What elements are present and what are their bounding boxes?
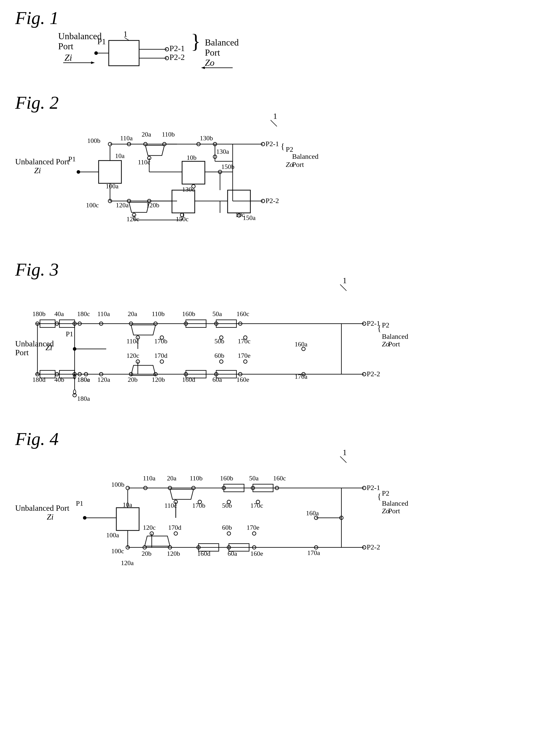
svg-point-161 <box>227 532 231 535</box>
fig2-130b: 130b <box>200 135 213 142</box>
fig4-120b: 120b <box>167 550 180 557</box>
fig2-100c: 100c <box>86 202 99 209</box>
fig2-10b: 10b <box>187 154 196 161</box>
fig4-170c: 170c <box>250 502 263 509</box>
fig4-20b: 20b <box>142 550 151 557</box>
fig1-zi: Zi <box>64 53 72 63</box>
fig3-180e: 180e <box>77 376 90 383</box>
fig4-160e: 160e <box>250 550 263 557</box>
fig2-balanced2: Balanced <box>292 152 318 160</box>
fig4-110a: 110a <box>143 475 156 482</box>
fig2-10a-label: 10a <box>115 152 125 160</box>
fig2-100b: 100b <box>87 137 100 144</box>
fig2-110c: 110c <box>138 159 150 166</box>
fig3-160b: 160b <box>182 310 195 318</box>
fig2-120c: 120c <box>126 215 139 223</box>
fig2-10a: 100a <box>106 183 119 190</box>
fig4-100c: 100c <box>111 547 124 555</box>
fig3-60a: 60a <box>212 376 222 383</box>
fig3-port-label: Port <box>388 340 400 348</box>
svg-point-118 <box>73 393 76 397</box>
fig2-130a: 130a <box>216 148 229 155</box>
fig4-port-label: Port <box>388 507 400 515</box>
fig4-110c: 110c <box>164 502 177 509</box>
svg-point-121 <box>83 516 86 520</box>
fig3-170e: 170e <box>238 352 251 359</box>
fig1-balanced-label: Balanced <box>205 37 239 48</box>
fig3-50b: 50b <box>214 338 224 345</box>
fig4-110b: 110b <box>190 475 203 482</box>
fig3-brace: { <box>377 324 381 333</box>
fig3-170b: 170b <box>154 338 167 345</box>
fig3-180c: 180c <box>77 310 90 318</box>
fig2-unbalanced: Unbalanced Port <box>15 157 69 166</box>
fig1-zo: Zo <box>205 58 214 68</box>
fig4-170b: 170b <box>192 502 205 509</box>
fig2-p2: P2 <box>286 145 293 153</box>
fig4-20a: 20a <box>167 475 177 482</box>
fig4-50a: 50a <box>249 475 259 482</box>
fig4-balanced-label: Balanced <box>382 499 408 507</box>
fig3-160e: 160e <box>236 376 249 383</box>
fig3-p2-label: P2 <box>382 321 389 329</box>
fig3-160d: 160d <box>182 376 195 383</box>
fig2-zi: Zi <box>34 166 41 175</box>
svg-marker-11 <box>201 66 205 69</box>
fig4-unbalanced: Unbalanced Port <box>15 503 69 513</box>
fig3-120b: 120b <box>152 376 165 383</box>
svg-rect-51 <box>172 190 195 213</box>
svg-point-158 <box>174 532 178 535</box>
fig4-zi: Zi <box>47 512 54 521</box>
fig1-brace: } <box>191 30 201 52</box>
fig4-p2-label: P2 <box>382 489 389 497</box>
svg-point-5 <box>94 51 98 55</box>
fig2-p22: P2-2 <box>266 197 279 205</box>
svg-point-112 <box>244 360 247 363</box>
fig4-100b: 100b <box>111 481 124 488</box>
fig3-120c: 120c <box>126 352 139 359</box>
fig4-100a: 100a <box>106 531 119 539</box>
fig4-50b: 50b <box>222 502 232 509</box>
fig3-170d: 170d <box>154 352 167 359</box>
fig4-160a: 160a <box>306 509 319 517</box>
fig2-p21: P2-1 <box>266 140 279 148</box>
fig3-160a: 160a <box>295 341 308 348</box>
fig3-ref1: 1 <box>343 276 347 285</box>
fig2-120a: 120a <box>116 202 129 209</box>
fig2-label: Fig. 2 <box>15 93 59 113</box>
fig1-port2-label: Port <box>205 48 220 58</box>
fig2-p1: P1 <box>68 155 76 163</box>
fig3-balanced-label: Balanced <box>382 332 408 340</box>
svg-point-111 <box>220 360 223 363</box>
fig2-110b: 110b <box>162 131 175 138</box>
fig1-port-label: Port <box>58 41 73 51</box>
svg-line-62 <box>340 284 346 291</box>
svg-marker-79 <box>131 325 156 335</box>
fig1-p1: P1 <box>97 37 106 46</box>
fig3-180a-label: 180a <box>77 395 90 402</box>
fig3-110a: 110a <box>97 310 110 318</box>
fig1-unbalanced-label: Unbalanced <box>58 31 102 41</box>
fig4-label: Fig. 4 <box>15 429 59 449</box>
page: Fig. 1 Unbalanced Port Zi P1 1 P2-1 P2-2… <box>0 0 546 756</box>
fig3-40a: 40a <box>54 310 64 318</box>
fig4-ref1: 1 <box>343 448 347 457</box>
fig3-50a: 50a <box>212 310 222 318</box>
fig4-p1: P1 <box>76 499 83 507</box>
fig4-170a: 170a <box>307 549 320 557</box>
svg-rect-123 <box>116 508 139 530</box>
fig2-port2: Port <box>292 161 304 168</box>
fig4-120a: 120a <box>121 559 134 567</box>
fig3-60b: 60b <box>214 352 224 359</box>
fig2-ref1: 1 <box>273 112 277 121</box>
fig1-label: Fig. 1 <box>15 8 59 28</box>
fig1-p21: P2-1 <box>169 44 185 53</box>
fig4-60b: 60b <box>222 524 232 531</box>
svg-point-13 <box>77 170 80 174</box>
fig2-150a: 150a <box>243 214 256 221</box>
svg-marker-155 <box>145 536 170 546</box>
fig4-p21: P2-1 <box>367 484 380 492</box>
fig4-160b: 160b <box>220 475 233 482</box>
svg-marker-1 <box>91 61 95 64</box>
svg-rect-34 <box>182 161 205 184</box>
